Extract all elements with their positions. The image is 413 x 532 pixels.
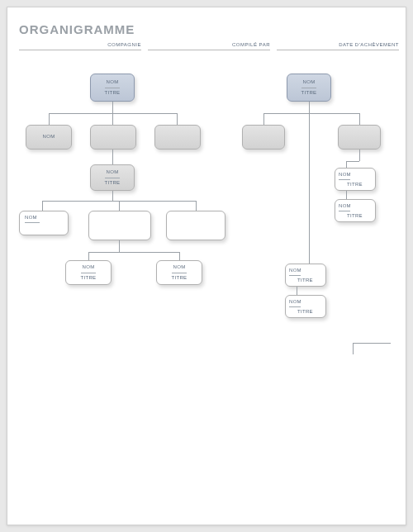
org-node: NOM (26, 125, 72, 150)
org-node: NOM TITRE (335, 199, 376, 222)
org-node (154, 125, 201, 150)
node-divider (339, 211, 350, 211)
node-title: TITRE (301, 90, 317, 96)
node-divider (289, 275, 301, 276)
node-name: NOM (83, 264, 95, 270)
header-row: COMPAGNIE COMPILÉ PAR DATE D'ACHÈVEMENT (19, 42, 394, 54)
node-name: NOM (107, 79, 119, 85)
node-name: NOM (339, 172, 351, 178)
org-node-root-left: NOM TITRE (90, 74, 135, 102)
node-divider (105, 178, 120, 178)
org-node: NOM TITRE (65, 260, 112, 285)
node-divider (301, 88, 316, 88)
node-name: NOM (43, 134, 55, 140)
org-node: NOM TITRE (335, 168, 376, 191)
node-divider (25, 222, 40, 223)
compiled-by-field[interactable]: COMPILÉ PAR (148, 42, 270, 50)
node-name: NOM (339, 203, 351, 209)
node-title: TITRE (297, 278, 313, 283)
node-title: TITRE (105, 180, 121, 186)
completion-date-field[interactable]: DATE D'ACHÈVEMENT (277, 42, 399, 50)
node-title: TITRE (297, 309, 313, 315)
document-title: ORGANIGRAMME (19, 22, 135, 36)
org-node (166, 211, 225, 240)
node-name: NOM (289, 268, 301, 273)
node-divider (289, 306, 301, 307)
org-node: NOM (19, 211, 69, 235)
node-name: NOM (107, 169, 119, 175)
org-node (242, 125, 285, 150)
node-name: NOM (25, 215, 37, 221)
org-node (90, 125, 136, 150)
org-chart-canvas: NOM TITRE NOM NOM TITRE NOM (7, 57, 406, 525)
company-field[interactable]: COMPAGNIE (19, 42, 141, 50)
node-title: TITRE (347, 213, 363, 219)
org-node: NOM TITRE (90, 164, 135, 191)
node-name: NOM (289, 299, 301, 305)
org-node: NOM TITRE (285, 264, 326, 287)
node-name: NOM (303, 79, 316, 85)
node-divider (172, 273, 187, 273)
node-divider (105, 88, 120, 88)
page: ORGANIGRAMME COMPAGNIE COMPILÉ PAR DATE … (7, 7, 406, 525)
node-divider (339, 179, 350, 180)
org-node (338, 125, 381, 150)
node-title: TITRE (81, 275, 97, 281)
node-title: TITRE (172, 275, 188, 281)
org-node-root-right: NOM TITRE (287, 74, 331, 102)
node-name: NOM (173, 264, 186, 270)
node-divider (81, 273, 96, 273)
org-node (88, 211, 151, 240)
org-node: NOM TITRE (285, 295, 326, 318)
node-title: TITRE (347, 182, 363, 188)
org-node: NOM TITRE (156, 260, 202, 285)
node-title: TITRE (105, 90, 121, 96)
